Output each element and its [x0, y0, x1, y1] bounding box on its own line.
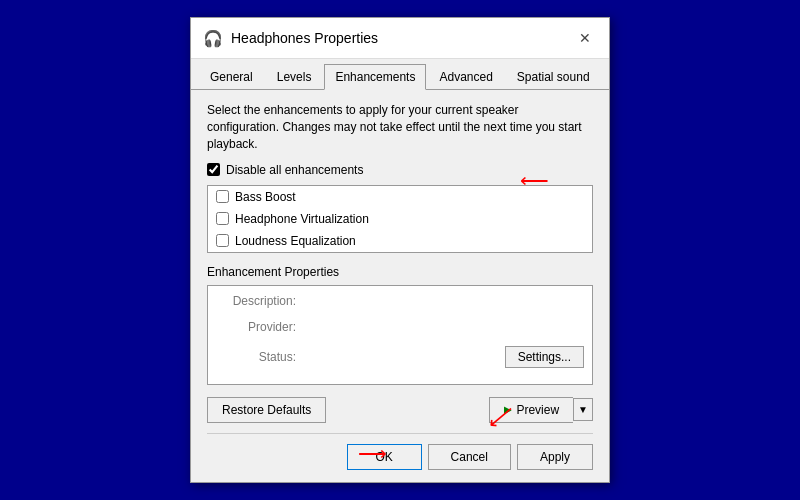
list-item: Headphone Virtualization — [208, 208, 592, 230]
provider-prop-label: Provider: — [216, 320, 296, 334]
disable-all-checkbox[interactable] — [207, 163, 220, 176]
enhancement-listbox: Bass Boost Headphone Virtualization Loud… — [207, 185, 593, 253]
preview-label: Preview — [516, 403, 559, 417]
action-row: OK Cancel Apply — [207, 433, 593, 470]
close-button[interactable]: ✕ — [573, 26, 597, 50]
ok-button[interactable]: OK — [347, 444, 422, 470]
description-prop-label: Description: — [216, 294, 296, 308]
headphone-virtualization-checkbox[interactable] — [216, 212, 229, 225]
cancel-button[interactable]: Cancel — [428, 444, 511, 470]
preview-button[interactable]: ▶ Preview — [489, 397, 573, 423]
provider-row: Provider: — [216, 320, 584, 334]
bass-boost-checkbox[interactable] — [216, 190, 229, 203]
list-item: Bass Boost — [208, 186, 592, 208]
disable-row: Disable all enhancements — [207, 163, 593, 177]
status-prop-label: Status: — [216, 350, 296, 364]
tab-general[interactable]: General — [199, 64, 264, 90]
loudness-equalization-label: Loudness Equalization — [235, 234, 356, 248]
title-bar: 🎧 Headphones Properties ✕ — [191, 18, 609, 59]
properties-box: Description: Provider: Status: Settings.… — [207, 285, 593, 385]
apply-button[interactable]: Apply — [517, 444, 593, 470]
properties-dialog: 🎧 Headphones Properties ✕ General Levels… — [190, 17, 610, 482]
tab-bar: General Levels Enhancements Advanced Spa… — [191, 59, 609, 90]
settings-button[interactable]: Settings... — [505, 346, 584, 368]
preview-dropdown-button[interactable]: ▼ — [573, 398, 593, 421]
dialog-title: Headphones Properties — [231, 30, 378, 46]
tab-content: Select the enhancements to apply for you… — [191, 90, 609, 481]
headphone-virtualization-label: Headphone Virtualization — [235, 212, 369, 226]
restore-defaults-button[interactable]: Restore Defaults — [207, 397, 326, 423]
tab-enhancements[interactable]: Enhancements — [324, 64, 426, 90]
description-row: Description: — [216, 294, 584, 308]
loudness-equalization-checkbox[interactable] — [216, 234, 229, 247]
disable-all-label: Disable all enhancements — [226, 163, 363, 177]
bass-boost-label: Bass Boost — [235, 190, 296, 204]
bottom-button-row: Restore Defaults ▶ Preview ▼ — [207, 397, 593, 423]
headphones-icon: 🎧 — [203, 29, 223, 48]
tab-spatial-sound[interactable]: Spatial sound — [506, 64, 601, 90]
list-item: Loudness Equalization — [208, 230, 592, 252]
tab-levels[interactable]: Levels — [266, 64, 323, 90]
status-row: Status: Settings... — [216, 346, 584, 368]
description-text: Select the enhancements to apply for you… — [207, 102, 593, 152]
preview-group: ▶ Preview ▼ — [489, 397, 593, 423]
play-icon: ▶ — [504, 404, 512, 415]
tab-advanced[interactable]: Advanced — [428, 64, 503, 90]
properties-section-label: Enhancement Properties — [207, 265, 593, 279]
